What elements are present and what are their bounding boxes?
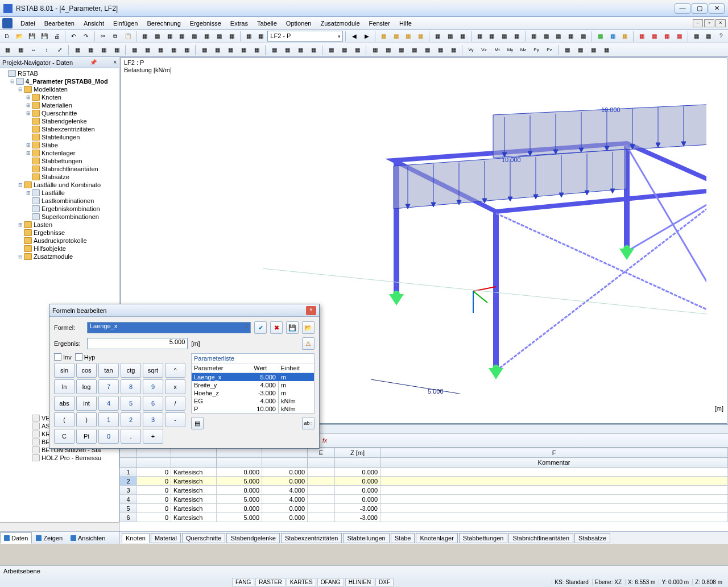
key-ln[interactable]: ln: [54, 379, 75, 394]
key-int[interactable]: int: [76, 396, 97, 411]
key-)[interactable]: ): [76, 412, 97, 427]
key-3[interactable]: 3: [143, 412, 163, 427]
tool-generic-icon[interactable]: ▦: [180, 44, 193, 56]
menu-berechnung[interactable]: Berechnung: [142, 18, 185, 28]
tree-staebe[interactable]: Stäbe: [42, 142, 58, 148]
key-cos[interactable]: cos: [76, 363, 97, 378]
tabletool-fxr-icon[interactable]: fx: [318, 435, 331, 447]
tool-generic-icon[interactable]: ▦: [211, 44, 224, 56]
tool-generic-icon[interactable]: ▦: [255, 31, 267, 42]
mdi-minimize-button[interactable]: –: [693, 19, 703, 27]
param-insert-button[interactable]: ab=: [302, 417, 315, 429]
tool-generic-icon[interactable]: ▦: [307, 44, 320, 56]
tool-generic-icon[interactable]: ↔: [27, 44, 40, 56]
key--[interactable]: -: [165, 412, 185, 427]
tool-prev-icon[interactable]: ◀: [348, 31, 360, 42]
grid-row[interactable]: 10Kartesisch0.0000.0000.000: [120, 468, 728, 477]
tree-querschnitte[interactable]: Querschnitte: [42, 110, 77, 117]
key-log[interactable]: log: [76, 379, 97, 394]
param-row[interactable]: EG4.000kN/m: [192, 397, 314, 405]
tool-copy-icon[interactable]: ⧉: [110, 31, 122, 42]
tree-superkomb[interactable]: Superkombinationen: [42, 213, 99, 220]
navigator-scroll[interactable]: [0, 522, 119, 531]
tool-paste-icon[interactable]: 📋: [122, 31, 134, 42]
tool-generic-icon[interactable]: ▦: [553, 31, 565, 42]
tool-generic-icon[interactable]: ▦: [338, 44, 350, 56]
tool-redo-icon[interactable]: ↷: [80, 31, 92, 42]
table-tab[interactable]: Stäbe: [391, 533, 415, 543]
tool-generic-icon[interactable]: ▦: [325, 44, 337, 56]
formel-save-button[interactable]: 💾: [286, 321, 299, 334]
param-list-edit-button[interactable]: ▤: [191, 417, 204, 429]
tool-generic-icon[interactable]: ▦: [511, 31, 523, 42]
tool-generic-icon[interactable]: ▦: [540, 31, 552, 42]
tree-stabsaetze[interactable]: Stabsätze: [42, 173, 69, 180]
tree-lastfaelle[interactable]: Lastfälle: [42, 189, 65, 196]
tree-hilfs[interactable]: Hilfsobjekte: [34, 245, 66, 252]
key-6[interactable]: 6: [143, 396, 163, 411]
tree-stabteilungen[interactable]: Stabteilungen: [42, 134, 80, 140]
table-tab[interactable]: Stabsätze: [574, 533, 610, 543]
tool-generic-icon[interactable]: ▦: [97, 44, 110, 56]
status-toggle[interactable]: HLINIEN: [345, 578, 374, 586]
tool-generic-icon[interactable]: ▦: [250, 44, 263, 56]
param-row[interactable]: P10.000kN/m: [192, 405, 314, 413]
tool-generic-icon[interactable]: ▦: [690, 31, 702, 42]
navigator-tree[interactable]: RSTAB ⊟4_Parameter [RSTAB8_Mod ⊟Modellda…: [0, 68, 119, 522]
tool-generic-icon[interactable]: ⤢: [53, 44, 66, 56]
tool-undo-icon[interactable]: ↶: [68, 31, 80, 42]
key-Pi[interactable]: Pi: [76, 429, 97, 444]
menu-fenster[interactable]: Fenster: [365, 18, 395, 28]
tool-generic-icon[interactable]: ▦: [154, 44, 167, 56]
tree-root[interactable]: RSTAB: [18, 70, 38, 77]
tool-generic-icon[interactable]: ▦: [213, 31, 225, 42]
grid-row[interactable]: 20Kartesisch5.0000.0000.000: [120, 477, 728, 486]
key-8[interactable]: 8: [121, 379, 141, 394]
tool-generic-icon[interactable]: ▦: [594, 31, 606, 42]
tool-generic-icon[interactable]: ▦: [457, 31, 469, 42]
key-1[interactable]: 1: [98, 412, 119, 427]
tool-generic-icon[interactable]: ▦: [164, 31, 176, 42]
hyp-checkbox[interactable]: [75, 353, 82, 361]
tool-generic-icon[interactable]: ▦: [636, 31, 648, 42]
tool-generic-icon[interactable]: ▦: [661, 31, 673, 42]
tool-generic-icon[interactable]: ▦: [188, 31, 200, 42]
navigator-pin-icon[interactable]: 📌: [90, 59, 97, 65]
tool-generic-icon[interactable]: ▦: [390, 31, 402, 42]
table-tab[interactable]: Stabendgelenke: [226, 533, 280, 543]
formel-input[interactable]: Laenge_x: [87, 322, 251, 333]
tool-generic-icon[interactable]: ▦: [369, 44, 381, 56]
loadcase-combo[interactable]: LF2 - P: [267, 31, 343, 42]
tree-project[interactable]: 4_Parameter [RSTAB8_Mod: [26, 78, 108, 85]
nav-tab-ansichten[interactable]: Ansichten: [67, 532, 109, 544]
tool-generic-icon[interactable]: ▦: [415, 31, 427, 42]
key-([interactable]: (: [54, 412, 75, 427]
formel-open-button[interactable]: 📂: [302, 321, 315, 334]
menu-zusatzmodule[interactable]: Zusatzmodule: [316, 18, 365, 28]
tool-generic-icon[interactable]: ▦: [574, 44, 586, 56]
formel-apply-button[interactable]: ✔: [254, 321, 267, 334]
tree-stabendgelenke[interactable]: Stabendgelenke: [42, 118, 87, 125]
key-C[interactable]: C: [54, 429, 75, 444]
key-4[interactable]: 4: [98, 396, 119, 411]
menu-bearbeiten[interactable]: Bearbeiten: [40, 18, 79, 28]
tool-generic-icon[interactable]: ▦: [243, 31, 255, 42]
grid-row[interactable]: 50Kartesisch0.0000.000-3.000: [120, 504, 728, 513]
key-tan[interactable]: tan: [98, 363, 119, 378]
grid-row[interactable]: 40Kartesisch5.0004.0000.000: [120, 495, 728, 504]
tool-mt-icon[interactable]: Mt: [491, 44, 503, 56]
tool-generic-icon[interactable]: ▦: [577, 31, 589, 42]
status-toggle[interactable]: KARTES: [287, 578, 316, 586]
grid-row[interactable]: 60Kartesisch5.0000.000-3.000: [120, 513, 728, 522]
tool-generic-icon[interactable]: ▦: [498, 31, 510, 42]
tool-pz-icon[interactable]: Pz: [543, 44, 556, 56]
tree-ausdruck[interactable]: Ausdruckprotokolle: [34, 237, 87, 244]
tool-generic-icon[interactable]: ▦: [224, 44, 237, 56]
tool-generic-icon[interactable]: ▦: [237, 44, 250, 56]
tool-generic-icon[interactable]: ▦: [201, 31, 213, 42]
nav-tab-daten[interactable]: Daten: [0, 532, 32, 544]
status-toggle[interactable]: RASTER: [255, 578, 286, 586]
key-^[interactable]: ^: [165, 363, 185, 378]
table-tab[interactable]: Stabnichtlinearitäten: [508, 533, 573, 543]
tool-cut-icon[interactable]: ✂: [97, 31, 109, 42]
